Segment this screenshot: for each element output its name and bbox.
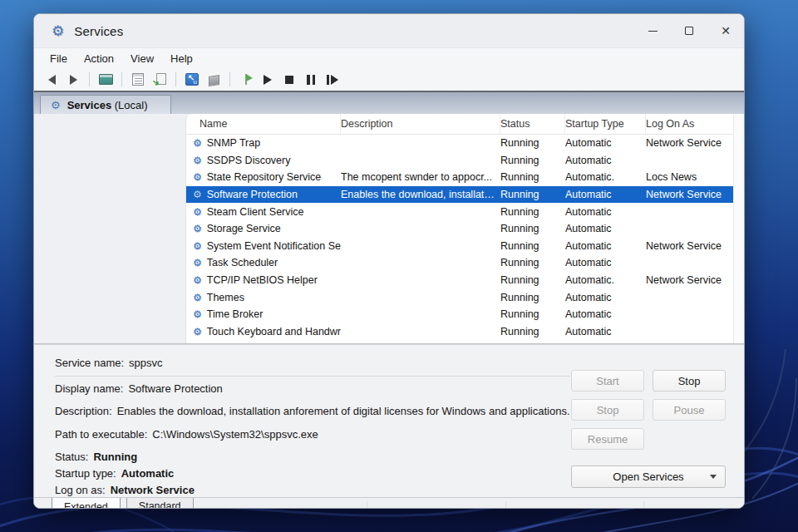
view-tab-bar: Extended Standard — [34, 497, 744, 509]
service-name: TCP/IP NetBIOS Helper — [207, 274, 318, 286]
vertical-scrollbar[interactable] — [733, 114, 744, 343]
tab-extended[interactable]: Extended — [52, 498, 121, 509]
open-services-label: Open Services — [613, 470, 683, 483]
service-status: Running — [500, 137, 565, 149]
table-row[interactable]: ⚙Time BrokerRunningAutomatic — [186, 306, 733, 323]
table-row[interactable]: ⚙Steam Client ServiceRunningAutomatic — [186, 203, 733, 220]
statusbar-notch — [367, 501, 367, 509]
table-row[interactable]: ⚙State Repository ServiceThe mcopent swn… — [186, 169, 733, 186]
column-header-name[interactable]: Name — [186, 114, 341, 134]
service-startup-type: Automatic — [565, 292, 646, 303]
service-startup-type: Automatic — [565, 257, 646, 268]
table-body: ⚙SNMP TrapRunningAutomaticNetwork Servic… — [186, 135, 733, 343]
service-name: SNMP Trap — [207, 137, 260, 149]
toolbar-separator — [175, 72, 176, 86]
service-name-label: Service name: — [55, 357, 124, 369]
minimize-button[interactable] — [634, 14, 671, 47]
services-window: ⚙ Services ✕ File Action View Help — [33, 13, 745, 509]
pause-service-icon[interactable] — [302, 71, 320, 88]
forward-arrow-icon[interactable] — [64, 71, 82, 88]
window-title: Services — [74, 24, 123, 38]
start-flag-icon[interactable] — [237, 71, 255, 88]
start-button[interactable]: Start — [571, 370, 644, 392]
pause-button[interactable]: Pouse — [653, 399, 726, 421]
menu-file[interactable]: File — [42, 50, 76, 67]
service-startup-type: Automatic — [565, 326, 646, 337]
tab-standard[interactable]: Standard — [126, 498, 194, 509]
service-log-on-as: Locs News — [646, 171, 733, 183]
service-name: Time Broker — [207, 308, 264, 320]
statusbar-notch — [643, 501, 644, 509]
service-details-panel: Service name:sppsvc Display name:Softwar… — [34, 345, 744, 497]
table-row[interactable]: ⚙TCP/IP NetBIOS HelperRunningAutomatic.N… — [186, 272, 733, 289]
restart-service-icon[interactable] — [323, 71, 342, 88]
toolbar-separator — [229, 72, 230, 86]
back-arrow-icon[interactable] — [42, 71, 61, 88]
service-name-value: sppsvc — [129, 357, 162, 369]
service-name: State Repository Service — [207, 171, 322, 183]
service-status: Running — [500, 292, 565, 303]
table-row[interactable]: ⚙SSDPS DiscoveryRunningAutomatic — [186, 152, 733, 170]
menu-help[interactable]: Help — [162, 50, 201, 67]
console-tree-tab[interactable]: ⚙ Services (Local) — [40, 95, 171, 114]
context-help-icon[interactable] — [183, 71, 201, 88]
menu-action[interactable]: Action — [76, 50, 122, 67]
stop-button-secondary[interactable]: Stop — [571, 399, 644, 421]
table-row[interactable]: ⚙System Event Notification ServiceRunnin… — [186, 238, 733, 255]
service-description: Enables the download, installation — [341, 189, 500, 200]
services-list-panel: Name Description Status Startup Type Log… — [185, 114, 744, 343]
service-name: System Event Notification Service — [207, 240, 341, 252]
service-status: Running — [500, 206, 565, 218]
service-gear-icon: ⚙ — [193, 172, 202, 182]
column-header-log-on-as[interactable]: Log On As — [646, 114, 733, 134]
minimize-icon — [648, 31, 658, 32]
hidden-items-icon[interactable] — [204, 71, 223, 88]
show-console-tree-icon[interactable] — [96, 71, 115, 88]
service-startup-type: Automatic — [565, 223, 646, 234]
service-startup-type: Automatic — [565, 189, 646, 200]
display-name-value: Software Protection — [128, 382, 222, 395]
service-action-buttons: Start Stop Stop Pouse Resume Open Servic… — [571, 370, 726, 488]
console-header-title: Services — [67, 99, 112, 111]
title-bar[interactable]: ⚙ Services ✕ — [34, 14, 744, 47]
properties-list-icon[interactable] — [129, 71, 147, 88]
export-list-icon[interactable] — [150, 71, 169, 88]
service-gear-icon: ⚙ — [193, 224, 202, 234]
maximize-button[interactable] — [671, 14, 707, 47]
resume-button[interactable]: Resume — [571, 428, 644, 450]
table-row[interactable]: ⚙Storage ServiceRunningAutomatic — [186, 220, 733, 238]
play-service-icon[interactable] — [259, 71, 277, 88]
service-log-on-as: Network Service — [646, 240, 733, 252]
service-gear-icon: ⚙ — [193, 258, 202, 268]
column-header-description[interactable]: Description — [341, 114, 500, 134]
table-row[interactable]: ⚙Touch Keyboard and Handwriting Panel Se… — [186, 323, 733, 341]
description-label: Description: — [55, 405, 112, 417]
service-startup-type: Automatic. — [565, 171, 646, 183]
service-gear-icon: ⚙ — [193, 275, 202, 285]
stop-service-icon[interactable] — [280, 71, 298, 88]
table-row[interactable]: ⚙Software ProtectionEnables the download… — [186, 186, 733, 204]
service-startup-type: Automatic — [565, 206, 646, 218]
service-gear-icon: ⚙ — [193, 138, 202, 148]
column-header-startup-type[interactable]: Startup Type — [565, 114, 646, 134]
close-button[interactable]: ✕ — [707, 14, 744, 47]
console-tree-pane[interactable] — [34, 114, 185, 343]
service-description: The mcopent swnder to appocr... — [341, 171, 500, 183]
column-header-status[interactable]: Status — [500, 114, 565, 134]
log-on-as-value: Network Service — [111, 484, 195, 496]
menu-view[interactable]: View — [122, 50, 162, 67]
service-gear-icon: ⚙ — [193, 293, 202, 303]
service-status: Running — [500, 155, 565, 166]
stop-button[interactable]: Stop — [653, 370, 726, 392]
service-log-on-as: Network Service — [646, 137, 733, 149]
service-name: Storage Service — [207, 223, 281, 234]
table-row[interactable]: ⚙Task SchedulerRunningAutomatic — [186, 254, 733, 272]
startup-type-value: Automatic — [121, 467, 175, 480]
open-services-button[interactable]: Open Services — [571, 466, 726, 488]
service-log-on-as: Network Service — [646, 274, 733, 286]
table-row[interactable]: ⚙SNMP TrapRunningAutomaticNetwork Servic… — [186, 135, 733, 152]
service-status: Running — [500, 223, 565, 234]
service-startup-type: Automatic — [565, 240, 646, 252]
table-row[interactable]: ⚙ThemesRunningAutomatic — [186, 288, 733, 306]
service-status: Running — [500, 189, 565, 200]
